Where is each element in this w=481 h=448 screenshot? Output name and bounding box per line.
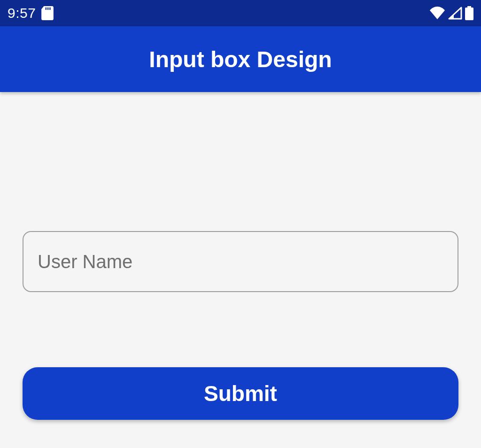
svg-rect-2 xyxy=(50,8,51,10)
status-right xyxy=(429,6,473,20)
app-bar-title: Input box Design xyxy=(149,46,332,72)
username-field-wrapper xyxy=(23,231,458,292)
status-left: 9:57 xyxy=(8,5,54,21)
svg-rect-3 xyxy=(467,6,471,8)
status-time: 9:57 xyxy=(8,5,36,21)
wifi-icon xyxy=(429,7,445,20)
app-bar: Input box Design xyxy=(0,26,481,92)
svg-rect-4 xyxy=(465,8,473,20)
cellular-signal-icon xyxy=(448,7,462,20)
submit-button[interactable]: Submit xyxy=(23,367,458,420)
main-content: Submit xyxy=(0,231,481,420)
svg-rect-1 xyxy=(47,8,48,10)
battery-icon xyxy=(465,6,473,20)
svg-rect-0 xyxy=(46,8,47,10)
username-input[interactable] xyxy=(23,231,458,292)
status-bar: 9:57 xyxy=(0,0,481,26)
sd-card-icon xyxy=(41,6,54,20)
